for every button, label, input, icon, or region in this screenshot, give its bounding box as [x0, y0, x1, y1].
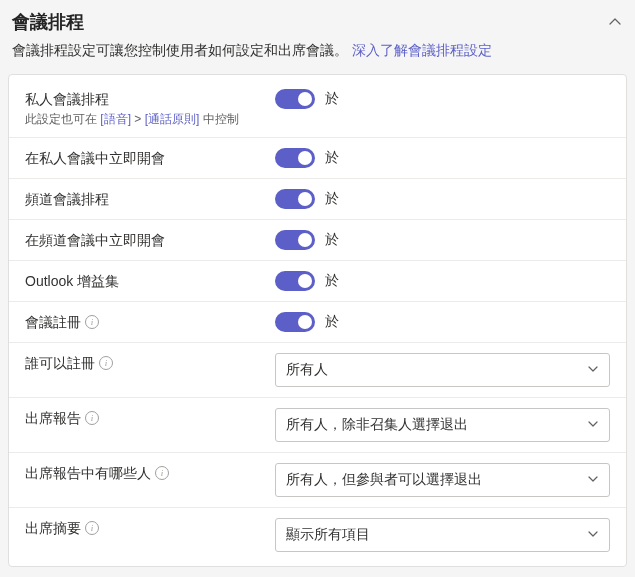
row-label: 出席報告 i	[25, 408, 275, 428]
toggle-state-label: 於	[325, 272, 339, 290]
row-channel-meeting: 頻道會議排程 於	[9, 179, 626, 220]
toggle-track	[275, 89, 315, 109]
label-text: 在私人會議中立即開會	[25, 148, 263, 168]
row-label: 私人會議排程 此設定也可在 [語音] > [通話原則] 中控制	[25, 89, 275, 127]
toggle-thumb	[298, 92, 312, 106]
sub-prefix: 此設定也可在	[25, 112, 100, 126]
label-text: 在頻道會議中立即開會	[25, 230, 263, 250]
info-icon[interactable]: i	[85, 521, 99, 535]
row-private-meeting: 私人會議排程 此設定也可在 [語音] > [通話原則] 中控制 於	[9, 79, 626, 138]
select-attendance-report[interactable]: 所有人，除非召集人選擇退出	[275, 408, 610, 442]
toggle-state-label: 於	[325, 190, 339, 208]
toggle-thumb	[298, 315, 312, 329]
description-link[interactable]: 深入了解會議排程設定	[352, 42, 492, 58]
row-label: 誰可以註冊 i	[25, 353, 275, 373]
toggle-track	[275, 230, 315, 250]
toggle-track	[275, 189, 315, 209]
info-icon[interactable]: i	[155, 466, 169, 480]
label-text: 頻道會議排程	[25, 189, 263, 209]
label-text: 會議註冊	[25, 312, 81, 332]
row-label: 在私人會議中立即開會	[25, 148, 275, 168]
chevron-down-icon	[587, 362, 599, 378]
row-sub-text: 此設定也可在 [語音] > [通話原則] 中控制	[25, 111, 263, 127]
description-text: 會議排程設定可讓您控制使用者如何設定和出席會議。	[12, 42, 348, 58]
label-text: 出席報告	[25, 408, 81, 428]
row-control: 顯示所有項目	[275, 518, 610, 552]
toggle-thumb	[298, 233, 312, 247]
toggle-thumb	[298, 151, 312, 165]
section-description: 會議排程設定可讓您控制使用者如何設定和出席會議。 深入了解會議排程設定	[0, 42, 635, 74]
select-who-in-report[interactable]: 所有人，但參與者可以選擇退出	[275, 463, 610, 497]
chevron-down-icon	[587, 417, 599, 433]
toggle-thumb	[298, 274, 312, 288]
toggle-state-label: 於	[325, 313, 339, 331]
select-value: 所有人，但參與者可以選擇退出	[286, 471, 482, 489]
row-attendance-summary: 出席摘要 i 顯示所有項目	[9, 508, 626, 562]
row-control: 於	[275, 230, 610, 250]
toggle-track	[275, 148, 315, 168]
label-text: 私人會議排程	[25, 89, 263, 109]
row-label: 出席報告中有哪些人 i	[25, 463, 275, 483]
select-value: 所有人，除非召集人選擇退出	[286, 416, 468, 434]
row-label: 會議註冊 i	[25, 312, 275, 332]
sub-suffix: 中控制	[199, 112, 238, 126]
select-who-can-register[interactable]: 所有人	[275, 353, 610, 387]
info-icon[interactable]: i	[99, 356, 113, 370]
info-icon[interactable]: i	[85, 411, 99, 425]
select-attendance-summary[interactable]: 顯示所有項目	[275, 518, 610, 552]
row-meet-now-private: 在私人會議中立即開會 於	[9, 138, 626, 179]
toggle-channel-meeting[interactable]: 於	[275, 189, 339, 209]
sub-link-calling-policy[interactable]: [通話原則]	[145, 112, 200, 126]
toggle-meet-now-channel[interactable]: 於	[275, 230, 339, 250]
row-control: 於	[275, 271, 610, 291]
row-who-can-register: 誰可以註冊 i 所有人	[9, 343, 626, 398]
row-control: 於	[275, 312, 610, 332]
row-meet-now-channel: 在頻道會議中立即開會 於	[9, 220, 626, 261]
chevron-down-icon	[587, 472, 599, 488]
row-control: 所有人，除非召集人選擇退出	[275, 408, 610, 442]
toggle-track	[275, 271, 315, 291]
select-value: 顯示所有項目	[286, 526, 370, 544]
toggle-thumb	[298, 192, 312, 206]
row-control: 於	[275, 89, 610, 109]
toggle-private-meeting[interactable]: 於	[275, 89, 339, 109]
select-value: 所有人	[286, 361, 328, 379]
sub-link-voice[interactable]: [語音]	[100, 112, 131, 126]
row-label: 頻道會議排程	[25, 189, 275, 209]
row-label: 在頻道會議中立即開會	[25, 230, 275, 250]
row-label: Outlook 增益集	[25, 271, 275, 291]
chevron-up-icon[interactable]	[607, 14, 623, 30]
row-control: 於	[275, 148, 610, 168]
toggle-meet-now-private[interactable]: 於	[275, 148, 339, 168]
toggle-outlook-addin[interactable]: 於	[275, 271, 339, 291]
toggle-state-label: 於	[325, 149, 339, 167]
toggle-track	[275, 312, 315, 332]
settings-card: 私人會議排程 此設定也可在 [語音] > [通話原則] 中控制 於 在私人會議中…	[8, 74, 627, 567]
toggle-state-label: 於	[325, 90, 339, 108]
row-attendance-report: 出席報告 i 所有人，除非召集人選擇退出	[9, 398, 626, 453]
row-meeting-registration: 會議註冊 i 於	[9, 302, 626, 343]
row-outlook-addin: Outlook 增益集 於	[9, 261, 626, 302]
chevron-down-icon	[587, 527, 599, 543]
label-text: 誰可以註冊	[25, 353, 95, 373]
row-control: 所有人，但參與者可以選擇退出	[275, 463, 610, 497]
row-who-in-report: 出席報告中有哪些人 i 所有人，但參與者可以選擇退出	[9, 453, 626, 508]
toggle-meeting-registration[interactable]: 於	[275, 312, 339, 332]
sub-sep: >	[131, 112, 145, 126]
row-control: 所有人	[275, 353, 610, 387]
info-icon[interactable]: i	[85, 315, 99, 329]
toggle-state-label: 於	[325, 231, 339, 249]
row-control: 於	[275, 189, 610, 209]
label-text: Outlook 增益集	[25, 271, 263, 291]
label-text: 出席報告中有哪些人	[25, 463, 151, 483]
section-header: 會議排程	[0, 0, 635, 42]
label-text: 出席摘要	[25, 518, 81, 538]
section-title: 會議排程	[12, 10, 84, 34]
row-label: 出席摘要 i	[25, 518, 275, 538]
